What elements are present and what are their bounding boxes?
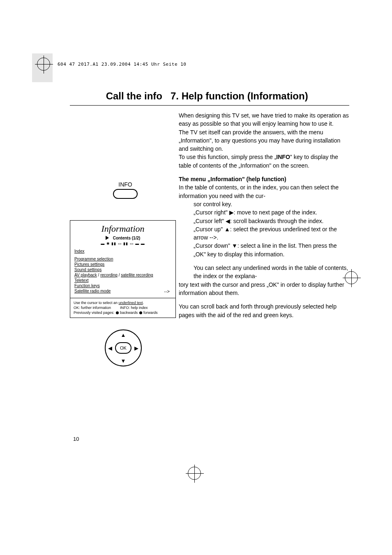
osd-link: AV playback	[74, 273, 97, 277]
body-text: You can select any underlined words in t…	[194, 265, 348, 279]
body-text: When designing this TV set, we have trie…	[179, 112, 349, 127]
body-text-bold: INFO	[276, 154, 290, 160]
crop-mark-icon	[37, 58, 53, 74]
heading-right: 7. Help function (Information)	[171, 90, 308, 102]
body-text: sor control key.	[194, 201, 232, 207]
page-number: 10	[73, 436, 79, 442]
body-text: You can scroll back and forth through pr…	[179, 303, 337, 318]
body-text: „Cursor up" ▲: select the previous under…	[194, 226, 337, 241]
body-text: „Cursor down" ▼: select a line in the li…	[194, 242, 337, 257]
osd-link: satellite recording	[121, 273, 153, 277]
osd-footer: Use the cursor to select an underlined t…	[70, 298, 175, 318]
sub-heading: The menu „Information" (help function)	[179, 175, 349, 183]
osd-footer-underlined: underlined text	[119, 301, 143, 305]
body-text: In the table of contents, or in the inde…	[179, 184, 339, 199]
osd-footer-text: INFO: help index	[120, 305, 148, 310]
arrow-up-icon: ▲	[121, 332, 126, 338]
info-button-label: INFO	[86, 181, 164, 188]
body-text: To use this function, simply press the „	[179, 154, 276, 160]
osd-title: Information	[74, 223, 171, 235]
play-icon	[106, 236, 109, 240]
page-content: Call the info 7. Help function (Informat…	[70, 90, 349, 366]
red-dot-icon	[116, 311, 119, 314]
osd-footer-text: forwards	[143, 311, 158, 315]
next-arrow-icon: -->	[164, 288, 170, 294]
osd-link: recording	[100, 273, 118, 277]
green-dot-icon	[139, 311, 142, 314]
osd-footer-text: Use the cursor to select an	[74, 301, 119, 305]
osd-information-box: Information Contents (1/2) ▬ ✱ ▮▮ ▭ ▮▮ ▭…	[70, 220, 176, 318]
osd-link: Pictures settings	[74, 262, 104, 267]
body-text: The TV set itself can provide the answer…	[179, 129, 340, 152]
info-button-icon	[113, 189, 138, 199]
osd-link: Sound settings	[74, 267, 101, 272]
arrow-down-icon: ▼	[121, 358, 126, 364]
osd-link: Programme selection	[74, 257, 113, 261]
osd-footer-text: .	[143, 301, 144, 305]
osd-link: Satellite radio mode	[74, 288, 111, 294]
osd-flags-row: ▬ ✱ ▮▮ ▭ ▮▮ ▭ ▬ ▬	[74, 242, 171, 246]
body-text: „Cursor right" ▶: move to next page of t…	[194, 209, 317, 216]
body-text: „Cursor left" ◀: scroll backwards throug…	[194, 218, 323, 224]
osd-link: Function keys	[74, 283, 100, 288]
osd-footer-text: backwards	[119, 311, 139, 315]
arrow-left-icon: ◀	[108, 345, 112, 351]
osd-footer-text: OK: further information	[74, 305, 111, 310]
osd-contents-label: Contents (1/2)	[113, 235, 141, 241]
print-header-line: 604 47 2017.A1 23.09.2004 14:45 Uhr Seit…	[58, 62, 186, 67]
osd-link: Teletext	[74, 278, 88, 283]
body-text: tory text with the cursor and press „OK"…	[179, 281, 344, 296]
arrow-right-icon: ▶	[134, 345, 138, 351]
ok-button-icon: OK	[115, 342, 131, 354]
info-button-diagram: INFO	[86, 181, 164, 199]
osd-link-index: Index	[74, 249, 84, 253]
navigation-control-diagram: ▲ ▼ ◀ ▶ OK	[105, 329, 142, 366]
crop-mark-icon	[188, 467, 204, 483]
osd-footer-text: Previously visited pages:	[74, 311, 115, 315]
heading-left: Call the info	[70, 90, 171, 102]
